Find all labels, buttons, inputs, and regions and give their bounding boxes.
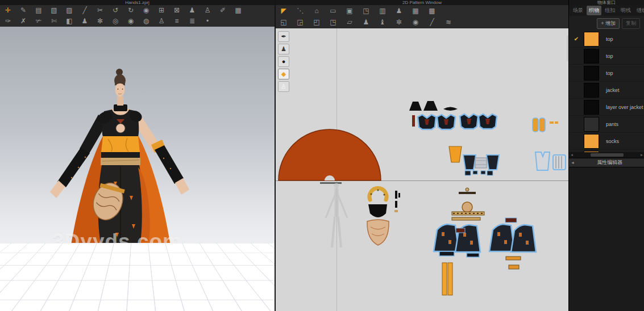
- fabric-swatch[interactable]: [584, 66, 599, 81]
- fabric-list-item[interactable]: top: [569, 65, 644, 82]
- pattern-skirt-panels-right[interactable]: [489, 218, 536, 269]
- move-gizmo-icon[interactable]: ✛: [3, 5, 13, 16]
- seam-line-icon[interactable]: ╱: [427, 17, 437, 28]
- flip-horizontal-icon[interactable]: ◰: [312, 17, 321, 28]
- marker-shirt-tool-icon[interactable]: ♟: [278, 44, 289, 54]
- collapse-arrow-icon[interactable]: ◄: [571, 161, 575, 165]
- scissors-icon[interactable]: ✂: [95, 5, 105, 16]
- pen-dark-tool-icon[interactable]: ✒: [278, 31, 289, 42]
- sidebar-tab[interactable]: 明线: [618, 6, 633, 15]
- pattern-belt-pieces[interactable]: [452, 188, 484, 220]
- garment-top[interactable]: [96, 104, 144, 158]
- fabric-swatch[interactable]: [584, 83, 599, 98]
- pattern-shoulder-pieces[interactable]: [409, 101, 458, 111]
- pattern-sock-pieces[interactable]: [533, 118, 558, 132]
- fabric-list-item[interactable]: pants: [569, 116, 644, 133]
- fabric-list-item[interactable]: top: [569, 48, 644, 65]
- free-sewing-icon[interactable]: ▨: [65, 5, 74, 16]
- iron-icon[interactable]: ▱: [345, 17, 354, 28]
- dot-handle-icon[interactable]: •: [203, 16, 212, 27]
- stitch-lines-icon[interactable]: ≡: [172, 16, 181, 27]
- sidebar-tab[interactable]: 纽扣: [603, 6, 617, 15]
- buttonhole-icon[interactable]: ◉: [411, 17, 420, 28]
- measure-pen-icon[interactable]: ✐: [218, 5, 227, 16]
- needle-cross-icon[interactable]: ✗: [19, 16, 28, 27]
- edit-pattern-icon[interactable]: ⋱: [296, 6, 305, 16]
- fabric-swatch[interactable]: [584, 32, 599, 47]
- fabric-list-item[interactable]: socks: [569, 133, 644, 150]
- pleats-icon[interactable]: ▥: [378, 6, 387, 16]
- puckering-icon[interactable]: ✼: [394, 17, 404, 28]
- fabric-list-scrollbar[interactable]: ◄ ►: [569, 152, 644, 158]
- cut-b-icon[interactable]: ✄: [49, 16, 59, 27]
- fabric-swatch[interactable]: [584, 100, 599, 115]
- pattern-leg-strips[interactable]: [442, 263, 452, 295]
- pattern-grid-icon[interactable]: ▩: [427, 6, 437, 16]
- dart-shirt-icon[interactable]: ♟: [394, 6, 404, 16]
- pattern-skirt-panels-left[interactable]: [434, 224, 480, 257]
- 3d-viewport[interactable]: 3Dyyds.com: [0, 27, 275, 311]
- fold-right-icon[interactable]: ↻: [126, 5, 135, 16]
- property-editor-header[interactable]: ◄ 属性编辑器: [569, 158, 644, 167]
- fabric-list-item[interactable]: ✔ top: [569, 31, 644, 48]
- steam-flower-icon[interactable]: ✻: [95, 16, 105, 27]
- ruler-text-icon[interactable]: ≋: [444, 17, 453, 28]
- fabric-list-item[interactable]: layer over jacket: [569, 99, 644, 116]
- flip-vertical-icon[interactable]: ◳: [329, 17, 338, 28]
- sidebar-tab[interactable]: 织物: [587, 6, 601, 15]
- transform-pattern-icon[interactable]: ◤: [279, 6, 288, 16]
- texture-ball-icon[interactable]: ◍: [142, 16, 151, 27]
- white-shirt-tool-icon[interactable]: ♙: [278, 81, 289, 92]
- polygon-pattern-icon[interactable]: ▣: [345, 6, 354, 16]
- drape-half-icon[interactable]: ◧: [65, 16, 74, 27]
- rotate-ccw-icon[interactable]: ◲: [296, 17, 305, 28]
- scroll-left-arrow-icon[interactable]: ◄: [570, 153, 574, 157]
- sidebar-tab[interactable]: 场景: [571, 6, 585, 15]
- scroll-right-arrow-icon[interactable]: ►: [640, 153, 643, 157]
- sewing-machine-icon[interactable]: ▤: [34, 5, 43, 16]
- layer-lines-icon[interactable]: ≣: [188, 16, 197, 27]
- rectangle-pattern-icon[interactable]: ◳: [362, 6, 371, 16]
- grid-tool-icon[interactable]: ▦: [234, 5, 243, 16]
- pin-line-icon[interactable]: ╱: [80, 5, 89, 16]
- fabric-check-icon[interactable]: ✔: [569, 36, 584, 42]
- avatar-tool-icon[interactable]: ♙: [157, 16, 166, 27]
- pattern-bodice-pieces[interactable]: [412, 114, 497, 129]
- ring-button-icon[interactable]: ◎: [111, 16, 120, 27]
- 2d-pattern-canvas[interactable]: ✒♟●◆♙: [276, 28, 570, 311]
- scrollbar-thumb[interactable]: [591, 153, 624, 157]
- sidebar-tab[interactable]: 缝纫: [634, 6, 644, 15]
- garment-avatar[interactable]: [0, 27, 275, 311]
- edit-curvature-icon[interactable]: ⌂: [312, 6, 321, 16]
- fabric-swatch[interactable]: [584, 117, 599, 132]
- fabric-swatch[interactable]: [584, 49, 599, 64]
- pin-shirt-icon[interactable]: ♝: [378, 17, 387, 28]
- trim-tool-icon[interactable]: ⊠: [172, 5, 181, 16]
- garment-fit-icon[interactable]: ♙: [203, 5, 212, 16]
- fold-left-icon[interactable]: ↺: [111, 5, 120, 16]
- pattern-cuff-pieces[interactable]: [535, 152, 566, 170]
- shirt-tool-icon[interactable]: ♟: [80, 16, 89, 27]
- avatar-head[interactable]: [114, 69, 126, 106]
- add-fabric-button[interactable]: + 增加: [597, 18, 620, 29]
- dark-sphere-tool-icon[interactable]: ●: [278, 56, 289, 67]
- pattern-collar-pouch-pieces[interactable]: [367, 188, 400, 245]
- grading-grid-icon[interactable]: ▦: [411, 6, 420, 16]
- garment-up-icon[interactable]: ♟: [188, 5, 197, 16]
- fabric-swatch[interactable]: [584, 134, 599, 149]
- zipper-tool-icon[interactable]: ⊞: [157, 5, 166, 16]
- button-tool-icon[interactable]: ◉: [142, 5, 151, 16]
- cut-a-icon[interactable]: ✃: [34, 16, 43, 27]
- pin-tack-icon[interactable]: ✑: [3, 16, 13, 27]
- pattern-sleeve-pieces[interactable]: [449, 146, 499, 175]
- fabric-list-item[interactable]: jacket: [569, 82, 644, 99]
- sew-shirt-icon[interactable]: ♟: [362, 17, 371, 28]
- fabric-view-tool-icon[interactable]: ◆: [278, 69, 289, 79]
- solid-button-icon[interactable]: ◉: [126, 16, 135, 27]
- copy-fabric-button[interactable]: 复制: [622, 18, 640, 29]
- select-pen-icon[interactable]: ✎: [19, 5, 28, 16]
- pattern-cape-semicircle[interactable]: [279, 129, 381, 184]
- segment-sewing-icon[interactable]: ▧: [49, 5, 59, 16]
- rotate-cw-icon[interactable]: ◱: [279, 17, 288, 28]
- add-point-icon[interactable]: ▭: [329, 6, 338, 16]
